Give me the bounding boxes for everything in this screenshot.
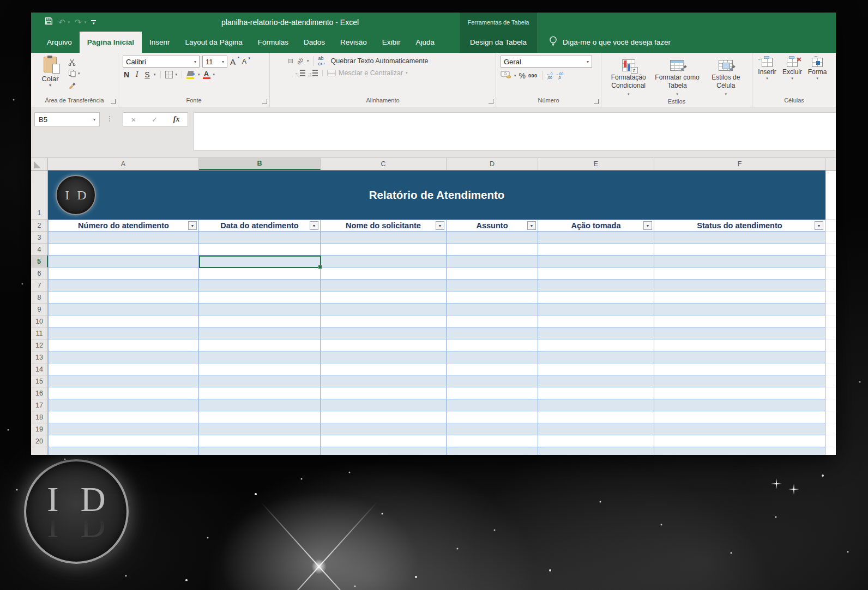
cell[interactable] (199, 375, 321, 387)
cell[interactable] (654, 256, 825, 267)
font-name-combo[interactable]: Calibri▾ (123, 56, 200, 68)
cell[interactable] (654, 363, 825, 375)
cell[interactable] (447, 363, 538, 375)
redo-dropdown-icon[interactable]: ▾ (85, 20, 87, 25)
cell[interactable] (447, 244, 538, 256)
underline-dropdown-icon[interactable]: ▾ (154, 72, 156, 77)
accounting-format-icon[interactable] (501, 70, 511, 81)
cell[interactable] (321, 291, 447, 303)
cell[interactable] (199, 435, 321, 447)
cell[interactable] (447, 232, 538, 244)
alignment-dialog-launcher-icon[interactable] (489, 99, 493, 104)
tab-design-da-tabela[interactable]: Design da Tabela (460, 32, 537, 53)
cell[interactable] (48, 303, 199, 315)
cell[interactable] (825, 327, 836, 339)
cell[interactable] (654, 232, 825, 244)
save-icon[interactable] (44, 16, 53, 28)
cell[interactable] (48, 411, 199, 423)
increase-decimal-icon[interactable]: ←0,00 (547, 72, 553, 80)
row-header[interactable]: 16 (31, 387, 48, 399)
cell[interactable] (825, 387, 836, 399)
cell[interactable] (321, 387, 447, 399)
fill-color-icon[interactable] (186, 71, 195, 79)
filter-dropdown-icon[interactable]: ▼ (643, 221, 652, 230)
cell[interactable] (825, 220, 836, 232)
align-middle-icon[interactable] (281, 59, 286, 63)
row-header[interactable]: 13 (31, 351, 48, 363)
row-header[interactable]: 6 (31, 267, 48, 279)
clipboard-dialog-launcher-icon[interactable] (111, 99, 116, 104)
wrap-text-button[interactable]: Quebrar Texto Automaticamente (331, 57, 429, 65)
row-header[interactable]: 8 (31, 291, 48, 303)
cell[interactable] (654, 423, 825, 435)
name-box-dropdown-icon[interactable]: ▾ (93, 117, 95, 122)
cell[interactable] (48, 291, 199, 303)
cell[interactable] (825, 339, 836, 351)
cell[interactable] (538, 447, 654, 455)
cell[interactable] (447, 399, 538, 411)
underline-button[interactable]: S (143, 70, 151, 79)
tab-arquivo[interactable]: Arquivo (39, 32, 80, 53)
merge-center-button[interactable]: Mesclar e Centralizar (339, 69, 403, 77)
align-right-icon[interactable] (288, 71, 293, 75)
cell[interactable] (538, 423, 654, 435)
decrease-decimal-icon[interactable]: →00,0 (555, 72, 563, 80)
cell[interactable] (199, 303, 321, 315)
decrease-font-icon[interactable]: A (242, 58, 250, 65)
cell[interactable] (825, 447, 836, 455)
cell[interactable] (538, 232, 654, 244)
cell[interactable] (48, 244, 199, 256)
row-header[interactable]: 5 (31, 256, 48, 267)
row-header[interactable]: 1 (31, 171, 48, 220)
cut-button[interactable] (68, 57, 80, 66)
tab-f-rmulas[interactable]: Fórmulas (250, 32, 296, 53)
cell[interactable] (447, 291, 538, 303)
tab-ajuda[interactable]: Ajuda (408, 32, 443, 53)
percent-style-button[interactable]: % (519, 71, 526, 80)
cell[interactable] (447, 351, 538, 363)
cell[interactable] (199, 339, 321, 351)
cell[interactable] (538, 399, 654, 411)
cell[interactable] (48, 423, 199, 435)
column-header-C[interactable]: C (321, 158, 447, 170)
tab-revis-o[interactable]: Revisão (333, 32, 375, 53)
row-header[interactable]: 18 (31, 411, 48, 423)
format-as-table-button[interactable]: Formatar como Tabela ▾ (654, 56, 700, 98)
cell[interactable] (48, 315, 199, 327)
filter-dropdown-icon[interactable]: ▼ (527, 221, 536, 230)
row-header[interactable]: 19 (31, 423, 48, 435)
orientation-icon[interactable]: ab (294, 56, 305, 66)
bold-button[interactable]: N (123, 70, 130, 79)
cell[interactable] (825, 423, 836, 435)
cell[interactable] (654, 375, 825, 387)
cell[interactable] (447, 411, 538, 423)
cell[interactable] (321, 363, 447, 375)
tell-me-box[interactable]: Diga-me o que você deseja fazer (549, 32, 671, 53)
cell[interactable] (199, 232, 321, 244)
cell[interactable] (321, 279, 447, 291)
cell[interactable] (321, 232, 447, 244)
cancel-icon[interactable]: × (131, 115, 136, 124)
cell[interactable] (321, 399, 447, 411)
row-header[interactable]: 20 (31, 435, 48, 447)
cell[interactable] (654, 399, 825, 411)
row-header[interactable]: 12 (31, 339, 48, 351)
align-left-icon[interactable] (274, 71, 279, 75)
cell[interactable] (654, 291, 825, 303)
cell[interactable] (654, 303, 825, 315)
tab-inserir[interactable]: Inserir (142, 32, 178, 53)
cell[interactable] (199, 387, 321, 399)
cell[interactable] (199, 363, 321, 375)
row-header[interactable]: 7 (31, 279, 48, 291)
cell[interactable] (199, 279, 321, 291)
cell[interactable] (48, 399, 199, 411)
cell[interactable] (199, 447, 321, 455)
cell[interactable] (825, 244, 836, 256)
align-bottom-icon[interactable] (288, 59, 293, 63)
select-all-button[interactable] (31, 158, 48, 170)
cell[interactable] (654, 279, 825, 291)
borders-dropdown-icon[interactable]: ▾ (176, 72, 178, 77)
cell[interactable] (654, 435, 825, 447)
cell[interactable] (538, 327, 654, 339)
cell[interactable] (321, 267, 447, 279)
